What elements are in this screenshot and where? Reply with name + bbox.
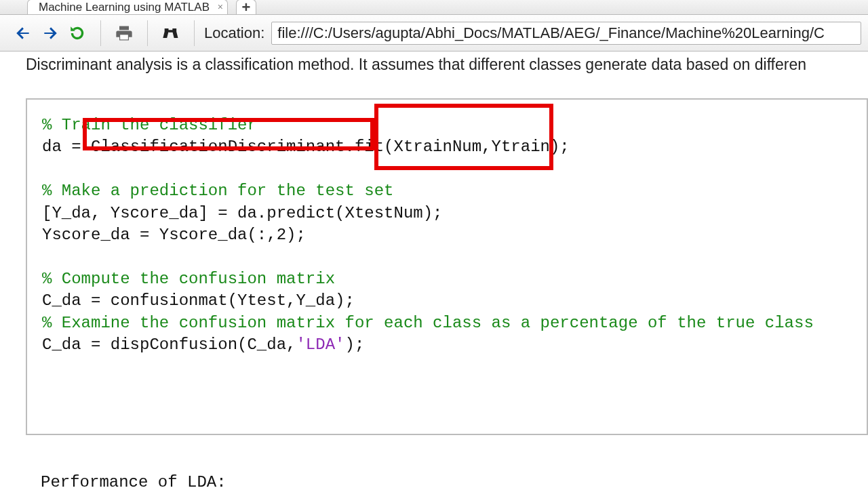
browser-tab[interactable]: Machine Learning using MATLAB ×: [27, 0, 228, 14]
code-line: C_da = dispConfusion(C_da,'LDA');: [42, 336, 364, 354]
code-text: ;: [559, 138, 569, 156]
tab-title: Machine Learning using MATLAB: [39, 1, 210, 14]
toolbar-separator: [147, 20, 148, 46]
code-comment: % Compute the confusion matrix: [42, 270, 335, 288]
code-block: % Train the classifier da = Classificati…: [26, 98, 868, 435]
output-title: Performance of LDA:: [41, 473, 226, 488]
find-button[interactable]: [160, 22, 182, 44]
browser-toolbar: Location:: [0, 15, 868, 52]
code-comment: % Make a prediction for the test set: [42, 182, 393, 200]
intro-text: Discriminant analysis is a classificatio…: [26, 56, 868, 74]
reload-icon: [68, 24, 86, 42]
code-comment: % Examine the confusion matrix for each …: [42, 314, 814, 332]
forward-button[interactable]: [39, 22, 61, 44]
toolbar-separator: [100, 20, 101, 46]
binoculars-icon: [161, 24, 180, 43]
code-text: );: [344, 336, 364, 354]
code-text: ClassificationDiscriminant.fit: [91, 138, 384, 156]
back-button[interactable]: [12, 22, 34, 44]
code-line: [Y_da, Yscore_da] = da.predict(XtestNum)…: [42, 204, 443, 222]
find-group: [155, 22, 187, 44]
arrow-left-icon: [14, 24, 32, 42]
highlight-box: [374, 104, 553, 170]
code-line: Yscore_da = Yscore_da(:,2);: [42, 226, 306, 244]
tab-strip: Machine Learning using MATLAB × +: [0, 0, 868, 15]
location-input[interactable]: [271, 22, 861, 45]
new-tab-button[interactable]: +: [236, 0, 256, 14]
print-group: [108, 22, 140, 44]
arrow-right-icon: [41, 24, 59, 42]
nav-buttons: [7, 22, 94, 44]
reload-button[interactable]: [66, 22, 88, 44]
code-line: C_da = confusionmat(Ytest,Y_da);: [42, 291, 355, 310]
code-comment: % Train the classifier: [42, 116, 257, 134]
close-icon[interactable]: ×: [218, 1, 223, 12]
print-button[interactable]: [113, 22, 135, 44]
location-label: Location:: [204, 24, 264, 42]
print-icon: [115, 24, 134, 43]
code-text: (XtrainNum,Ytrain): [384, 138, 559, 156]
svg-rect-0: [120, 35, 128, 39]
code-string: 'LDA': [296, 336, 344, 354]
page-content: Discriminant analysis is a classificatio…: [0, 52, 868, 488]
code-text: C_da = dispConfusion(C_da,: [42, 336, 296, 354]
toolbar-separator: [194, 20, 195, 46]
console-output: Performance of LDA: Predicted No Predict…: [26, 472, 868, 488]
code-text: da =: [42, 138, 91, 156]
code-line: da = ClassificationDiscriminant.fit(Xtra…: [42, 138, 570, 156]
